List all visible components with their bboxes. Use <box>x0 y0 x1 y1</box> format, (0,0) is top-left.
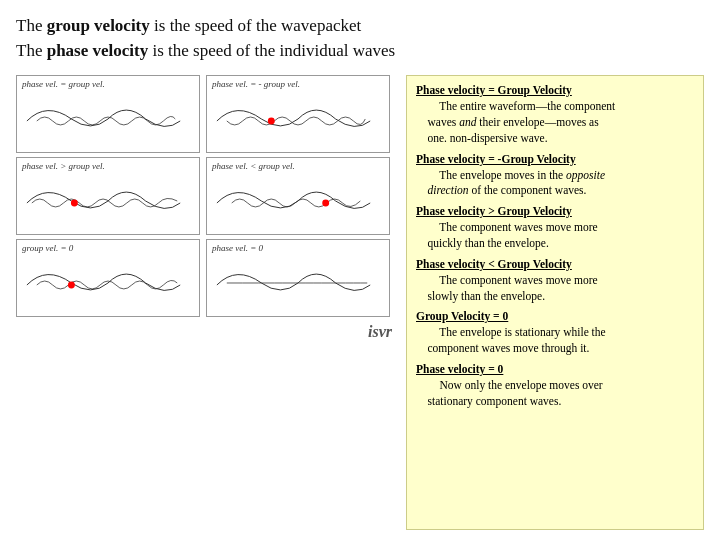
page: The group velocity is the speed of the w… <box>0 0 720 540</box>
dot-3 <box>71 200 78 207</box>
diagram-box-2: phase vel. = - group vel. <box>206 75 390 153</box>
wave-svg-5 <box>17 255 199 310</box>
diagram-label-5: group vel. = 0 <box>22 243 73 253</box>
diagram-box-5: group vel. = 0 <box>16 239 200 317</box>
wave-svg-1 <box>17 91 199 146</box>
diagram-label-1: phase vel. = group vel. <box>22 79 105 89</box>
diagram-row-3: group vel. = 0 phase vel. = 0 <box>16 239 396 317</box>
info-section-4: Phase velocity < Group Velocity The comp… <box>416 257 694 305</box>
info-heading-5: Group Velocity = 0 <box>416 310 508 322</box>
dot-5 <box>68 282 75 289</box>
info-heading-6: Phase velocity = 0 <box>416 363 503 375</box>
phase-velocity-bold: phase velocity <box>47 41 149 60</box>
dot-4 <box>322 200 329 207</box>
info-section-5: Group Velocity = 0 The envelope is stati… <box>416 309 694 357</box>
isvr-label: isvr <box>16 323 396 341</box>
diagram-row-1: phase vel. = group vel. phase vel. = - g… <box>16 75 396 153</box>
wave-svg-2 <box>207 91 389 146</box>
info-body-2: The envelope moves in the opposite direc… <box>416 169 605 197</box>
diagram-label-6: phase vel. = 0 <box>212 243 263 253</box>
diagrams-area: phase vel. = group vel. phase vel. = - g… <box>16 75 396 530</box>
wave-svg-6 <box>207 255 389 310</box>
info-section-1: Phase velocity = Group Velocity The enti… <box>416 83 694 146</box>
wave-svg-3 <box>17 173 199 228</box>
info-section-3: Phase velocity > Group Velocity The comp… <box>416 204 694 252</box>
dot-2 <box>268 118 275 125</box>
diagram-box-1: phase vel. = group vel. <box>16 75 200 153</box>
diagram-row-2: phase vel. > group vel. phase vel. < gro… <box>16 157 396 235</box>
diagram-label-4: phase vel. < group vel. <box>212 161 295 171</box>
diagram-box-4: phase vel. < group vel. <box>206 157 390 235</box>
info-heading-3: Phase velocity > Group Velocity <box>416 205 572 217</box>
diagram-box-6: phase vel. = 0 <box>206 239 390 317</box>
info-body-5: The envelope is stationary while the com… <box>416 326 606 354</box>
info-heading-1: Phase velocity = Group Velocity <box>416 84 572 96</box>
info-body-1: The entire waveform—the component waves … <box>416 100 615 144</box>
diagram-box-3: phase vel. > group vel. <box>16 157 200 235</box>
info-panel: Phase velocity = Group Velocity The enti… <box>406 75 704 530</box>
group-velocity-bold: group velocity <box>47 16 150 35</box>
info-body-4: The component waves move more slowly tha… <box>416 274 598 302</box>
title-line-2: The phase velocity is the speed of the i… <box>16 39 704 64</box>
info-heading-4: Phase velocity < Group Velocity <box>416 258 572 270</box>
info-section-2: Phase velocity = -Group Velocity The env… <box>416 152 694 200</box>
diagram-label-2: phase vel. = - group vel. <box>212 79 300 89</box>
title-group: The group velocity is the speed of the w… <box>16 14 704 63</box>
info-heading-2: Phase velocity = -Group Velocity <box>416 153 576 165</box>
wave-svg-4 <box>207 173 389 228</box>
info-body-3: The component waves move more quickly th… <box>416 221 598 249</box>
diagram-label-3: phase vel. > group vel. <box>22 161 105 171</box>
main-content: phase vel. = group vel. phase vel. = - g… <box>16 75 704 530</box>
info-section-6: Phase velocity = 0 Now only the envelope… <box>416 362 694 410</box>
info-body-6: Now only the envelope moves over station… <box>416 379 603 407</box>
title-line-1: The group velocity is the speed of the w… <box>16 14 704 39</box>
